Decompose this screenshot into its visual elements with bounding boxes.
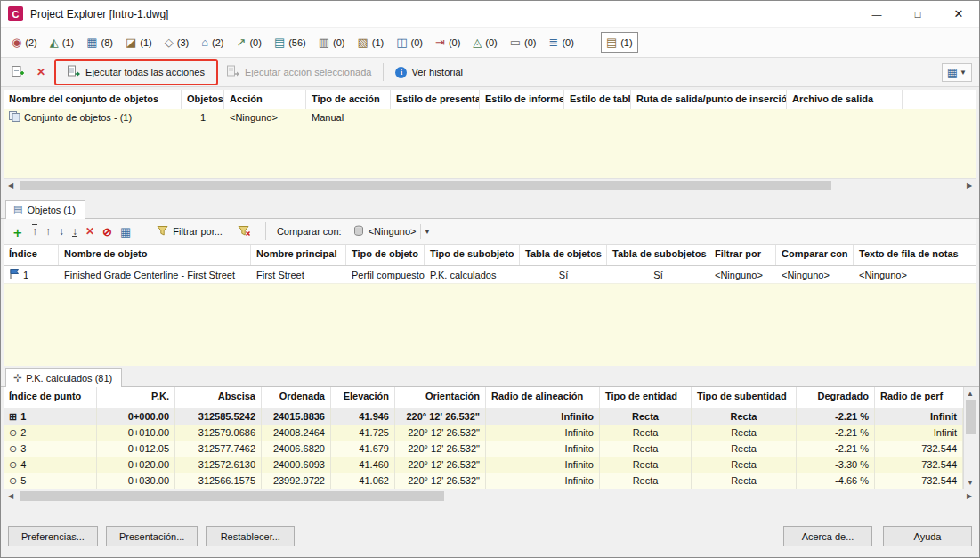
layout-options-button[interactable]: ▦ ▼: [942, 63, 972, 82]
preferences-button[interactable]: Preferencias...: [8, 526, 98, 546]
station-row[interactable]: ⊞1 0+000.00 312585.5242 24015.8836 41.94…: [4, 408, 976, 425]
column-header[interactable]: Ruta de salida/punto de inserción: [631, 90, 787, 109]
column-header[interactable]: Comparar con: [776, 245, 854, 265]
move-top-button[interactable]: ↑: [32, 226, 37, 238]
category-tab-points[interactable]: ◉(2): [6, 32, 43, 53]
category-tab-corridors[interactable]: ▧(1): [352, 32, 389, 53]
delete-action-set-button[interactable]: ✕: [33, 64, 49, 80]
delete-object-button[interactable]: ✕: [85, 226, 94, 238]
station-row[interactable]: ⊙2 0+010.00 312579.0686 24008.2464 41.72…: [4, 425, 976, 441]
scroll-up-icon[interactable]: ▲: [967, 387, 974, 400]
station-row[interactable]: ⊙4 0+020.00 312572.6130 24000.6093 41.46…: [4, 457, 976, 473]
category-tab-alignments[interactable]: ▤(56): [269, 32, 312, 53]
column-header[interactable]: Abscisa: [175, 387, 262, 408]
column-header[interactable]: Tabla de subobjetos: [607, 245, 709, 265]
column-header[interactable]: Objetos: [182, 90, 224, 109]
column-header[interactable]: Radio de alineación: [486, 387, 600, 408]
add-object-button[interactable]: ＋: [11, 226, 24, 238]
column-header[interactable]: Elevación: [331, 387, 395, 408]
category-tab-pressure-networks[interactable]: ▭(0): [505, 32, 542, 53]
column-header[interactable]: Tipo de subentidad: [692, 387, 797, 408]
category-tab-sites[interactable]: ⌂(2): [196, 32, 229, 53]
column-header[interactable]: P.K.: [97, 387, 175, 408]
scroll-thumb[interactable]: [20, 491, 444, 501]
category-tab-tables[interactable]: ≣(0): [544, 32, 579, 53]
category-tab-pipe-networks[interactable]: ◬(0): [467, 32, 502, 53]
view-history-button[interactable]: i Ver historial: [392, 65, 466, 80]
move-down-button[interactable]: ↓: [59, 226, 64, 238]
category-tab-intersections[interactable]: ⇥(0): [430, 32, 466, 53]
column-header[interactable]: Filtrar por: [709, 245, 776, 265]
scroll-left-icon[interactable]: ◀: [4, 182, 18, 190]
column-header[interactable]: Nombre de objeto: [59, 245, 251, 265]
about-button[interactable]: Acerca de...: [783, 526, 872, 546]
column-header[interactable]: Tipo de subobjeto: [425, 245, 520, 265]
category-tab-point-groups[interactable]: ▦(8): [81, 32, 118, 53]
tab-pk-calculados[interactable]: ⊹ P.K. calculados (81): [5, 368, 122, 387]
category-tab-assemblies[interactable]: ◫(0): [391, 32, 428, 53]
scroll-thumb[interactable]: [20, 181, 831, 190]
object-table-button[interactable]: ▦: [120, 226, 131, 238]
category-tab-drawing-styles[interactable]: ◪(1): [120, 32, 158, 53]
surfaces-icon: ◭: [50, 36, 59, 48]
column-header[interactable]: Tipo de objeto: [346, 245, 425, 265]
station-row[interactable]: ⊙3 0+012.05 312577.7462 24006.6820 41.67…: [4, 441, 976, 457]
station-row[interactable]: ⊙5 0+030.00 312566.1575 23992.9722 41.06…: [4, 473, 976, 489]
column-header[interactable]: Estilo de tabla: [564, 90, 631, 109]
close-button[interactable]: ✕: [938, 1, 979, 28]
scroll-down-icon[interactable]: ▼: [967, 476, 974, 489]
actions-horizontal-scrollbar[interactable]: ◀ ▶: [4, 178, 976, 191]
scroll-right-icon[interactable]: ▶: [962, 492, 976, 500]
cell-objects-count: 1: [182, 109, 224, 125]
presentation-button[interactable]: Presentación...: [106, 526, 198, 546]
column-header[interactable]: Radio de perf: [875, 387, 963, 408]
scroll-right-icon[interactable]: ▶: [962, 182, 976, 190]
tables-icon: ≣: [549, 36, 559, 48]
column-header[interactable]: Ordenada: [262, 387, 331, 408]
category-tab-sample-lines[interactable]: ▥(0): [313, 32, 351, 53]
column-header[interactable]: Texto de fila de notas: [854, 245, 976, 265]
move-up-button[interactable]: ↑: [45, 226, 51, 238]
column-header[interactable]: Degradado: [797, 387, 875, 408]
column-header[interactable]: Índice de punto: [4, 387, 97, 408]
compare-with-select[interactable]: <Ninguno> ▼: [350, 222, 437, 240]
delete-all-objects-button[interactable]: ⊘: [102, 226, 112, 238]
scroll-left-icon[interactable]: ◀: [4, 492, 18, 500]
cell-abscissa: 312585.5242: [175, 408, 262, 425]
column-header[interactable]: Índice: [4, 245, 59, 265]
filter-by-button[interactable]: Filtrar por...: [153, 223, 226, 240]
column-header[interactable]: Tipo de entidad: [600, 387, 692, 408]
column-header[interactable]: Nombre principal: [251, 245, 346, 265]
cell-grade: -2.21 %: [797, 408, 875, 425]
parcels-icon: ◇: [165, 36, 174, 48]
column-header[interactable]: Tabla de objetos: [520, 245, 607, 265]
maximize-button[interactable]: □: [897, 1, 938, 28]
column-header[interactable]: Estilo de presentación: [391, 90, 480, 109]
compare-with-label: Comparar con:: [277, 226, 342, 237]
new-action-set-button[interactable]: [8, 63, 28, 81]
run-selected-action-button[interactable]: Ejecutar acción seleccionada: [223, 63, 375, 81]
column-header[interactable]: Estilo de informe: [480, 90, 564, 109]
column-header[interactable]: Tipo de acción: [306, 90, 391, 109]
compare-object-icon: [353, 225, 364, 239]
clear-filter-button[interactable]: [234, 223, 255, 240]
action-set-row[interactable]: Conjunto de objetos - (1) 1 <Ninguno> Ma…: [4, 109, 976, 125]
column-header[interactable]: Archivo de salida: [787, 90, 903, 109]
column-header[interactable]: Orientación: [395, 387, 486, 408]
reset-button[interactable]: Restablecer...: [206, 526, 295, 546]
object-row[interactable]: 1 Finished Grade Centerline - First Stre…: [4, 266, 976, 284]
help-button[interactable]: Ayuda: [883, 526, 972, 546]
stations-vertical-scrollbar[interactable]: ▲ ▼: [963, 387, 976, 489]
column-header[interactable]: Nombre del conjunto de objetos: [4, 90, 182, 109]
category-tab-action-sets[interactable]: ▤(1): [601, 32, 638, 53]
category-tab-parcels[interactable]: ◇(3): [159, 32, 194, 53]
column-header[interactable]: Acción: [224, 90, 306, 109]
minimize-button[interactable]: —: [856, 1, 897, 28]
tab-objetos[interactable]: ▤ Objetos (1): [5, 200, 85, 219]
category-tab-surfaces[interactable]: ◭(1): [45, 32, 79, 53]
category-tab-feature-lines[interactable]: ↗(0): [231, 32, 267, 53]
run-all-actions-button[interactable]: Ejecutar todas las acciones: [64, 63, 208, 81]
move-bottom-button[interactable]: ↓: [72, 226, 77, 238]
stations-horizontal-scrollbar[interactable]: ◀ ▶: [4, 489, 976, 502]
scroll-thumb[interactable]: [966, 400, 976, 434]
